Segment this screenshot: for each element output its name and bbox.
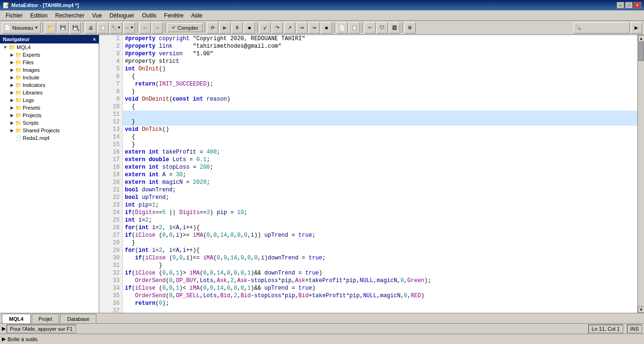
- menu-fenetre[interactable]: Fenêtre: [160, 11, 187, 20]
- tree-indicators[interactable]: ▶ 📁 Indicators: [0, 81, 99, 89]
- tree-images[interactable]: ▶ 📁 Images: [0, 66, 99, 74]
- print-preview-button[interactable]: 📋: [97, 22, 109, 34]
- line-content[interactable]: bool downTrend;: [123, 186, 637, 194]
- expander-libraries[interactable]: ▶: [9, 89, 15, 96]
- tree-logs[interactable]: ▶ 📁 Logs: [0, 96, 99, 104]
- expander-experts[interactable]: ▶: [9, 52, 15, 58]
- scroll-thumb[interactable]: [638, 42, 644, 61]
- line-content[interactable]: int OnInit(): [123, 65, 637, 73]
- menu-fichier[interactable]: Fichier: [2, 11, 26, 20]
- line-content[interactable]: {: [123, 103, 637, 111]
- compile-button[interactable]: ✔ Compiler: [167, 23, 203, 32]
- maximize-button[interactable]: □: [625, 2, 633, 9]
- line-content[interactable]: return(0);: [123, 300, 637, 307]
- tree-mql4[interactable]: ▼ 📁 MQL4: [0, 43, 99, 51]
- print-button[interactable]: 🖨: [85, 22, 96, 34]
- expander-projects[interactable]: ▶: [9, 112, 15, 119]
- save-all-button[interactable]: 💾 +: [69, 22, 81, 34]
- expander-files[interactable]: ▶: [9, 59, 15, 66]
- scroll-track[interactable]: [638, 42, 644, 306]
- close-button[interactable]: ×: [634, 2, 641, 9]
- tab-mql4[interactable]: MQL4: [2, 314, 31, 323]
- open-button[interactable]: 📂: [45, 22, 56, 34]
- line-content[interactable]: int i=2;: [123, 216, 637, 224]
- menu-rechercher[interactable]: Rechercher: [52, 11, 88, 20]
- line-content[interactable]: #property link "tahirimethodes@gmail.com…: [123, 43, 637, 50]
- line-content[interactable]: int pip=1;: [123, 201, 637, 209]
- tree-include[interactable]: ▶ 📁 Include: [0, 74, 99, 81]
- right-scrollbar[interactable]: ▲ ▼: [637, 35, 644, 313]
- step-over-button[interactable]: ↷: [272, 22, 283, 34]
- line-content[interactable]: }: [123, 262, 637, 269]
- expander-images[interactable]: ▶: [9, 67, 15, 73]
- tree-libraries[interactable]: ▶ 📁 Libraries: [0, 89, 99, 96]
- play-button[interactable]: ▶: [219, 22, 231, 34]
- line-content[interactable]: void OnDeinit(const int reason): [123, 95, 637, 103]
- line-content[interactable]: for(int i=2, i<A,i++){: [123, 247, 637, 254]
- step-run-button[interactable]: ⇒: [309, 22, 320, 34]
- line-content[interactable]: if(iClose (0,0,i)<= iMA(0,0,14,0,0,0,i)d…: [123, 254, 637, 262]
- step-in-button[interactable]: ↙: [259, 22, 271, 34]
- expander-include[interactable]: ▶: [9, 74, 15, 81]
- step-out-button[interactable]: ↗: [284, 22, 295, 34]
- line-content[interactable]: }: [123, 118, 637, 126]
- line-content[interactable]: extern double Lots = 0.1;: [123, 156, 637, 163]
- line-content[interactable]: if(Digits==5 || Digits==3) pip = 10;: [123, 209, 637, 216]
- line-content[interactable]: [123, 111, 637, 118]
- save-button[interactable]: 💾: [57, 22, 69, 34]
- line-content[interactable]: if(iClose (0,0,1)> iMA(0,0,14,0,0,0,1)&&…: [123, 269, 637, 277]
- line-content[interactable]: void OnTick(): [123, 126, 637, 133]
- menu-vue[interactable]: Vue: [88, 11, 106, 20]
- line-content[interactable]: {: [123, 133, 637, 141]
- back-button[interactable]: ←: [139, 22, 151, 34]
- line-content[interactable]: return(INIT_SUCCEEDED);: [123, 80, 637, 88]
- paste-button[interactable]: 📋: [349, 22, 360, 34]
- pause-button[interactable]: ⏸: [232, 22, 243, 34]
- line-content[interactable]: [123, 307, 637, 313]
- forward-button[interactable]: →: [152, 22, 163, 34]
- line-content[interactable]: #property version "1.00": [123, 50, 637, 58]
- line-content[interactable]: OrderSend(0,OP_SELL,Lots,Bid,2,Bid-stopL…: [123, 292, 637, 300]
- line-content[interactable]: #property strict: [123, 58, 637, 65]
- stop-button[interactable]: ■: [244, 22, 255, 34]
- search-go-button[interactable]: ▶: [631, 22, 642, 34]
- tree-presets[interactable]: ▶ 📁 Presets: [0, 104, 99, 112]
- navigator-close[interactable]: ×: [93, 36, 96, 42]
- expander-mql4[interactable]: ▼: [2, 44, 9, 51]
- line-content[interactable]: if(iClose (0,0,i)>= iMA(0,0,14,0,0,0,i))…: [123, 232, 637, 239]
- line-content[interactable]: extern int magicN = 2020;: [123, 179, 637, 186]
- line-content[interactable]: bool upTrend;: [123, 194, 637, 201]
- scroll-down-arrow[interactable]: ▼: [638, 306, 644, 313]
- tab-database[interactable]: Database: [60, 314, 96, 323]
- expander-indicators[interactable]: ▶: [9, 82, 15, 88]
- line-content[interactable]: }: [123, 88, 637, 95]
- line-content[interactable]: extern int stopLoss = 200;: [123, 163, 637, 171]
- expander-logs[interactable]: ▶: [9, 97, 15, 103]
- line-content[interactable]: {: [123, 73, 637, 80]
- line-content[interactable]: OrderSend(0,OP_BUY,Lots,Ask,2,Ask-stopLo…: [123, 277, 637, 284]
- tree-files[interactable]: ▶ 📁 Files: [0, 59, 99, 66]
- expander-presets[interactable]: ▶: [9, 104, 15, 111]
- tree-shared-projects[interactable]: ▶ 📁 Shared Projects: [0, 127, 99, 134]
- tree-reda1[interactable]: 📄 Reda1.mq4: [0, 134, 99, 142]
- menu-deboger[interactable]: Déboguer: [106, 11, 138, 20]
- line-content[interactable]: extern int takeProfit = 400;: [123, 148, 637, 156]
- line-content[interactable]: for(int i=2, i<A,i++){: [123, 224, 637, 232]
- debug-stop-button[interactable]: ■: [321, 22, 332, 34]
- editor-scroll[interactable]: 1#property copyright "Copyright 2020, RE…: [99, 35, 637, 313]
- menu-outils[interactable]: Outils: [138, 11, 160, 20]
- settings-button[interactable]: ⚙: [404, 22, 416, 34]
- tree-experts[interactable]: ▶ 📁 Experts: [0, 51, 99, 59]
- properties-dropdown[interactable]: 🔧 ▼: [110, 22, 122, 34]
- line-content[interactable]: }: [123, 141, 637, 148]
- line-content[interactable]: if(iClose (0,0,1)< iMA(0,0,14,0,0,0,1)&&…: [123, 284, 637, 292]
- line-content[interactable]: extern int A = 30;: [123, 171, 637, 179]
- copy-button[interactable]: 📄: [336, 22, 348, 34]
- new-button[interactable]: 📄 Nouveau ▼: [2, 22, 41, 34]
- shield-button[interactable]: 🛡: [377, 22, 388, 34]
- indent-button[interactable]: → ▼: [123, 22, 135, 34]
- menu-aide[interactable]: Aide: [187, 11, 206, 20]
- menu-edition[interactable]: Edition: [26, 11, 52, 20]
- edit-button[interactable]: ✏: [364, 22, 376, 34]
- step-next-button[interactable]: ⇒: [296, 22, 308, 34]
